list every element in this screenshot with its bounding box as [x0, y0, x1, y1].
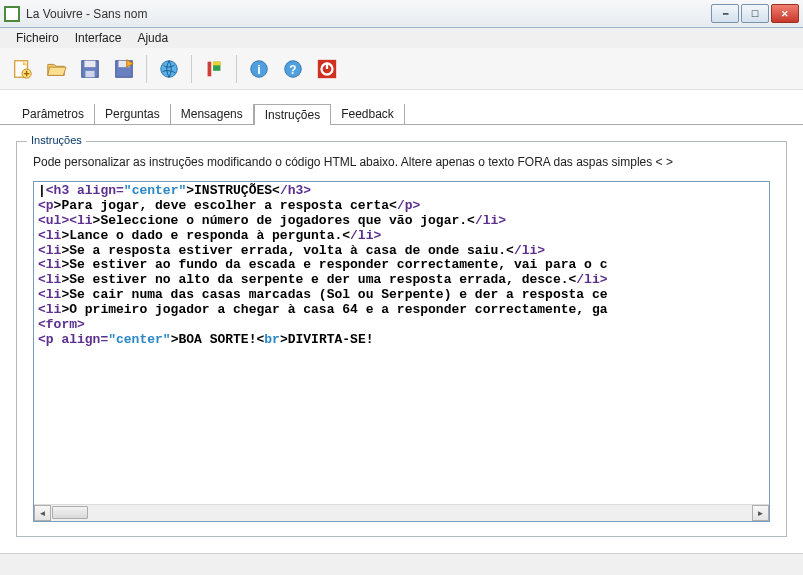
code-editor[interactable]: |<h3 align="center">INSTRUÇÕES</h3> <p>P…: [33, 181, 770, 522]
tab-questions[interactable]: Perguntas: [95, 104, 171, 124]
toolbar-divider: [191, 55, 192, 83]
tab-messages[interactable]: Mensagens: [171, 104, 254, 124]
title-bar: La Vouivre - Sans nom ━ ☐ ✕: [0, 0, 803, 28]
svg-rect-10: [213, 61, 220, 65]
instructions-description: Pode personalizar as instruções modifica…: [33, 154, 770, 171]
svg-rect-8: [208, 61, 212, 76]
save-button[interactable]: [74, 53, 106, 85]
window-title: La Vouivre - Sans nom: [26, 7, 711, 21]
menu-file[interactable]: Ficheiro: [8, 29, 67, 47]
svg-text:?: ?: [289, 62, 296, 76]
tab-panel: Instruções Pode personalizar as instruçõ…: [0, 124, 803, 553]
instructions-fieldset: Instruções Pode personalizar as instruçõ…: [16, 141, 787, 537]
menu-help[interactable]: Ajuda: [129, 29, 176, 47]
flag-button[interactable]: [198, 53, 230, 85]
scroll-track[interactable]: [51, 505, 752, 521]
close-button[interactable]: ✕: [771, 4, 799, 23]
fieldset-legend: Instruções: [27, 134, 86, 146]
open-button[interactable]: [40, 53, 72, 85]
save-as-button[interactable]: [108, 53, 140, 85]
app-icon: [4, 6, 20, 22]
toolbar-divider: [146, 55, 147, 83]
scroll-thumb[interactable]: [52, 506, 88, 519]
maximize-button[interactable]: ☐: [741, 4, 769, 23]
tab-bar: Parâmetros Perguntas Mensagens Instruçõe…: [0, 102, 803, 124]
svg-text:i: i: [257, 61, 261, 76]
minimize-button[interactable]: ━: [711, 4, 739, 23]
svg-rect-3: [85, 60, 96, 66]
horizontal-scrollbar[interactable]: ◄ ►: [34, 504, 769, 521]
tab-params[interactable]: Parâmetros: [12, 104, 95, 124]
help-button[interactable]: ?: [277, 53, 309, 85]
menu-bar: Ficheiro Interface Ajuda: [0, 28, 803, 48]
tab-instructions[interactable]: Instruções: [254, 104, 331, 125]
scroll-left-button[interactable]: ◄: [34, 505, 51, 521]
globe-button[interactable]: [153, 53, 185, 85]
info-button[interactable]: i: [243, 53, 275, 85]
code-editor-content[interactable]: |<h3 align="center">INSTRUÇÕES</h3> <p>P…: [34, 182, 769, 504]
toolbar-divider: [236, 55, 237, 83]
menu-interface[interactable]: Interface: [67, 29, 130, 47]
tab-feedback[interactable]: Feedback: [331, 104, 405, 124]
status-bar: [0, 553, 803, 575]
scroll-right-button[interactable]: ►: [752, 505, 769, 521]
power-button[interactable]: [311, 53, 343, 85]
toolbar: i ?: [0, 48, 803, 90]
svg-point-7: [161, 60, 178, 77]
new-button[interactable]: [6, 53, 38, 85]
svg-rect-4: [85, 70, 94, 76]
